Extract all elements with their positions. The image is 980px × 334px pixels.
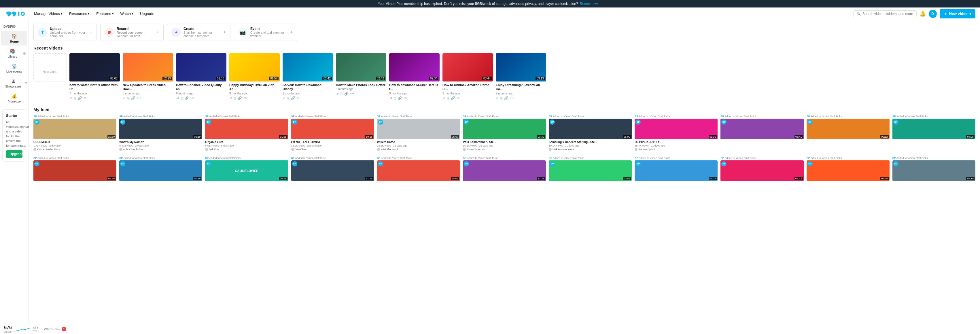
video-thumb-7: 03:44 (442, 53, 493, 81)
video-more-icon-6[interactable]: ••• (404, 96, 407, 100)
video-more-icon-3[interactable]: ••• (244, 96, 247, 100)
feed-card-extra-3[interactable]: SP Added to Vimeo Staff Picks SP 04:05 (892, 115, 975, 151)
feed-card-r2-1[interactable]: SP Added to Vimeo Staff Picks SP 00:58 (119, 157, 202, 181)
notifications-icon[interactable]: 🔔 (920, 11, 926, 17)
quick-action-create[interactable]: ✦ Create Start from scratch or choose a … (167, 24, 231, 41)
video-more-icon-5[interactable]: ••• (350, 92, 354, 96)
quick-action-event[interactable]: 📷 Event Create a virtual event or webina… (234, 24, 297, 41)
feed-card-3[interactable]: SP Added to Vimeo Staff Picks SP 10:18 I… (291, 115, 374, 151)
record-plus-icon[interactable]: + (156, 29, 159, 35)
sidebar-item-showcases[interactable]: ⊞ Showcases (3, 76, 23, 91)
feed-card-r2-9[interactable]: SP Added to Vimeo Staff Picks SP 02:45 (807, 157, 889, 181)
new-video-card[interactable]: + New video (33, 53, 67, 81)
recent-video-7[interactable]: 03:44 How to Unblock Amazon Prime Li... … (442, 53, 493, 100)
search-input[interactable] (862, 12, 913, 16)
recent-video-3[interactable]: 01:57 Happy Birthday! DVDFab 20th An... … (229, 53, 280, 100)
video-more-icon-8[interactable]: ••• (510, 96, 514, 100)
video-share-icon-3[interactable]: ⊲ (229, 96, 232, 100)
sidebar-item-home[interactable]: 🏠 Home (1, 31, 27, 46)
video-copy-icon-7[interactable]: ⎘ (447, 96, 449, 100)
create-plus-icon[interactable]: + (223, 29, 226, 35)
video-copy-icon-4[interactable]: ⎘ (287, 96, 289, 100)
feed-card-4[interactable]: SP Added to Vimeo Staff Picks SP 05:07 W… (377, 115, 460, 151)
feed-card-2[interactable]: SP Added to Vimeo Staff Picks SP 01:58 O… (205, 115, 288, 151)
video-link-icon-2[interactable]: 🔗 (185, 96, 189, 100)
video-copy-icon-5[interactable]: ⎘ (340, 92, 342, 96)
recent-video-8[interactable]: 03:13 Enjoy Streaming? StreamFab Co... 9… (496, 53, 546, 100)
recent-video-1[interactable]: 02:29 New Updates to Break Video Dow... … (123, 53, 173, 100)
video-share-icon-7[interactable]: ⊲ (442, 96, 445, 100)
video-more-icon-4[interactable]: ••• (297, 96, 301, 100)
video-share-icon-8[interactable]: ⊲ (496, 96, 499, 100)
video-copy-icon-3[interactable]: ⎘ (234, 96, 236, 100)
feed-card-r2-7[interactable]: SP Added to Vimeo Staff Picks SP 01:27 (635, 157, 718, 181)
upgrade-button[interactable]: Upgrade (6, 150, 22, 158)
new-video-button[interactable]: ＋ New video ▾ (940, 9, 975, 18)
video-link-icon-7[interactable]: 🔗 (451, 96, 455, 100)
feed-card-r2-2[interactable]: SP Added to Vimeo Staff Picks SP 05:29 C… (205, 157, 288, 181)
video-link-icon-3[interactable]: 🔗 (238, 96, 242, 100)
quick-action-record[interactable]: ⏺ Record Record your screen, webcam, or … (100, 24, 164, 41)
sidebar-item-library[interactable]: 📚 Library (3, 46, 22, 60)
nav-resources[interactable]: Resources ▾ (69, 11, 89, 16)
user-avatar[interactable]: D (929, 10, 937, 18)
recent-video-0[interactable]: 02:02 how to watch Netflix offline with … (69, 53, 120, 100)
recent-video-5[interactable]: 02:42 How to Make Photos Look Better 9 m… (336, 53, 386, 100)
feed-card-extra-1[interactable]: SP Added to Vimeo Staff Picks SP 03:41 (721, 115, 803, 151)
nav-features[interactable]: Features ▾ (96, 11, 113, 16)
feed-card-r2-6[interactable]: SP Added to Vimeo Staff Picks SP 00:51 (549, 157, 632, 181)
video-title-6: How to download M3U8? Here is t... (389, 83, 439, 91)
feed-card-5[interactable]: SP Added to Vimeo Staff Picks SP 03:39 P… (463, 115, 546, 151)
feed-card-r2-10[interactable]: SP Added to Vimeo Staff Picks SP 06:18 (892, 157, 975, 181)
video-share-icon[interactable]: ⊲ (69, 96, 72, 100)
feed-card-r2-4[interactable]: SP Added to Vimeo Staff Picks SP 14:02 (377, 157, 460, 181)
event-plus-icon[interactable]: + (290, 29, 293, 35)
video-share-icon-1[interactable]: ⊲ (123, 96, 126, 100)
video-more-icon-2[interactable]: ••• (191, 96, 194, 100)
nav-watch[interactable]: Watch ▾ (121, 11, 133, 16)
video-share-icon-2[interactable]: ⊲ (176, 96, 179, 100)
library-settings-icon[interactable]: ⚙ (23, 51, 26, 56)
nav-upgrade[interactable]: Upgrade (140, 11, 154, 16)
feed-card-r2-5[interactable]: SP Added to Vimeo Staff Picks SP 11:33 (463, 157, 546, 181)
video-link-icon-6[interactable]: 🔗 (398, 96, 402, 100)
recent-video-6[interactable]: 02:34 How to download M3U8? Here is t...… (389, 53, 439, 100)
video-more-icon-7[interactable]: ••• (457, 96, 461, 100)
recent-video-2[interactable]: 02:38 How to Enhance Video Quality an...… (176, 53, 226, 100)
upload-plus-icon[interactable]: + (89, 29, 92, 35)
quick-action-upload[interactable]: ⬆ Upload Upload a video from your comput… (33, 24, 97, 41)
video-link-icon-4[interactable]: 🔗 (291, 96, 295, 100)
feed-card-r2-3[interactable]: SP Added to Vimeo Staff Picks SP 11:29 (291, 157, 374, 181)
video-more-icon[interactable]: ••• (84, 96, 88, 100)
feed-card-extra-2[interactable]: SP Added to Vimeo Staff Picks SP 02:12 (807, 115, 889, 151)
video-share-icon-5[interactable]: ⊲ (336, 92, 339, 96)
feed-card-0[interactable]: SP Added to Vimeo Staff Picks SP 22:30 D… (33, 115, 116, 151)
recent-video-4[interactable]: 02:42 Solved! How to Download Disney... … (283, 53, 333, 100)
search-bar[interactable]: 🔍 (853, 10, 916, 17)
video-share-icon-6[interactable]: ⊲ (389, 96, 392, 100)
banner-cta[interactable]: Renew now → (580, 2, 602, 6)
nav-manage-videos[interactable]: Manage Videos ▾ (34, 11, 62, 16)
feed-card-1[interactable]: SP Added to Vimeo Staff Picks SP 05:39 W… (119, 115, 202, 151)
video-copy-icon-8[interactable]: ⎘ (500, 96, 503, 100)
video-copy-icon-2[interactable]: ⎘ (181, 96, 183, 100)
video-copy-icon[interactable]: ⎘ (74, 96, 76, 100)
feed-views-1: 6,972 views · 2 years ago (119, 144, 202, 147)
feed-card-r2-8[interactable]: SP Added to Vimeo Staff Picks SP 03:12 (721, 157, 803, 181)
feed-card-r2-0[interactable]: SP Added to Vimeo Staff Picks SP 09:56 (33, 157, 116, 181)
sidebar-item-live-events[interactable]: 📡 Live events (1, 61, 27, 75)
video-link-icon[interactable]: 🔗 (78, 96, 82, 100)
sidebar-item-monetize[interactable]: 💰 Monetize (1, 91, 27, 105)
video-share-icon-4[interactable]: ⊲ (283, 96, 285, 100)
video-link-icon-5[interactable]: 🔗 (344, 92, 348, 96)
showcases-settings-icon[interactable]: ⚙ (24, 81, 28, 86)
video-more-icon-1[interactable]: ••• (137, 96, 141, 100)
video-link-icon-1[interactable]: 🔗 (131, 96, 135, 100)
feed-card-6[interactable]: SP Added to Vimeo Staff Picks SP 05:00 S… (549, 115, 632, 151)
vimeo-logo[interactable] (5, 11, 25, 17)
video-copy-icon-6[interactable]: ⎘ (394, 96, 396, 100)
whats-new-section[interactable]: What's new 1 (44, 327, 67, 329)
feed-card-7[interactable]: SP Added to Vimeo Staff Picks SP 03:30 D… (635, 115, 718, 151)
video-link-icon-8[interactable]: 🔗 (504, 96, 508, 100)
video-copy-icon-1[interactable]: ⎘ (127, 96, 129, 100)
